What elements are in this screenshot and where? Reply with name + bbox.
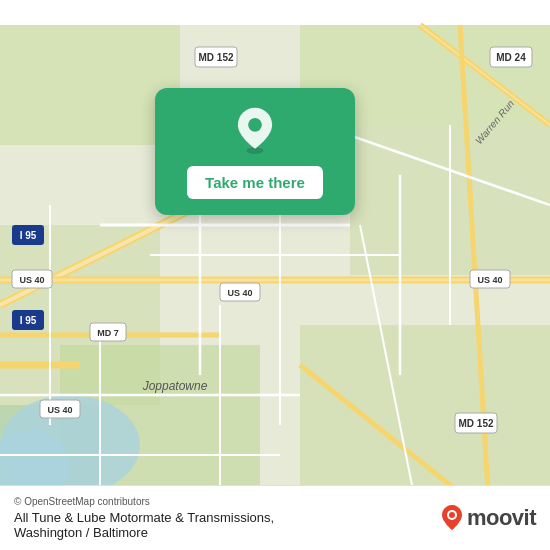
- osm-attribution: © OpenStreetMap contributors: [14, 496, 274, 507]
- svg-text:MD 24: MD 24: [496, 52, 526, 63]
- take-me-there-button[interactable]: Take me there: [187, 166, 323, 199]
- svg-text:US 40: US 40: [477, 275, 502, 285]
- svg-text:I 95: I 95: [20, 315, 37, 326]
- location-name: All Tune & Lube Motormate & Transmission…: [14, 510, 274, 540]
- bottom-bar: © OpenStreetMap contributors All Tune & …: [0, 485, 550, 550]
- location-name-line1: All Tune & Lube Motormate & Transmission…: [14, 510, 274, 525]
- svg-text:I 95: I 95: [20, 230, 37, 241]
- svg-text:MD 7: MD 7: [97, 328, 119, 338]
- bottom-left-info: © OpenStreetMap contributors All Tune & …: [14, 496, 274, 540]
- location-pin-icon: [231, 106, 279, 154]
- location-name-line2: Washington / Baltimore: [14, 525, 148, 540]
- svg-rect-1: [0, 25, 180, 145]
- svg-text:US 40: US 40: [47, 405, 72, 415]
- moovit-pin-icon: [441, 504, 463, 532]
- svg-text:Joppatowne: Joppatowne: [142, 379, 208, 393]
- moovit-logo: moovit: [441, 504, 536, 532]
- moovit-brand-text: moovit: [467, 505, 536, 531]
- svg-text:US 40: US 40: [227, 288, 252, 298]
- svg-point-56: [248, 118, 262, 132]
- map-container: MD 152 MD 24 I 95 I 95 US 40 US 40 US 40…: [0, 0, 550, 550]
- svg-text:MD 152: MD 152: [458, 418, 493, 429]
- svg-text:MD 152: MD 152: [198, 52, 233, 63]
- svg-point-58: [449, 512, 455, 518]
- location-card: Take me there: [155, 88, 355, 215]
- svg-text:US 40: US 40: [19, 275, 44, 285]
- map-background: MD 152 MD 24 I 95 I 95 US 40 US 40 US 40…: [0, 0, 550, 550]
